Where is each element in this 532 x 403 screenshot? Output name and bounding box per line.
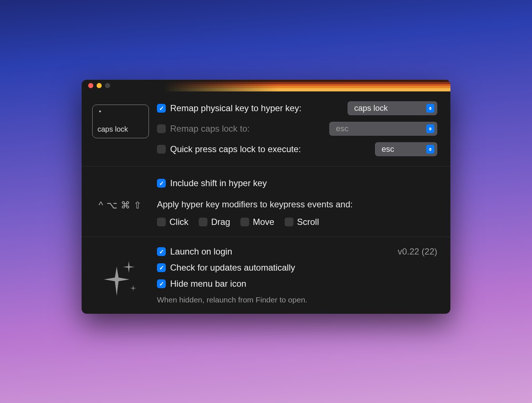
checkmark-icon: ✓ (159, 280, 164, 287)
move-label: Move (253, 217, 274, 227)
row-quick-press: Quick press caps lock to execute: esc (157, 142, 437, 157)
quick-press-select[interactable]: esc (375, 142, 437, 156)
row-launch-login: ✓ Launch on login v0.22 (22) (157, 246, 437, 257)
section-modifiers: ^ ⌥ ⌘ ⇧ ✓ Include shift in hyper key App… (82, 166, 450, 237)
check-updates-checkbox[interactable]: ✓ (157, 263, 166, 272)
preferences-window: caps lock ✓ Remap physical key to hyper … (82, 80, 450, 314)
move-option: Move (240, 217, 274, 227)
row-check-updates: ✓ Check for updates automatically (157, 263, 437, 273)
chevron-up-down-icon (426, 104, 434, 113)
row-remap-capslock: Remap caps lock to: esc (157, 121, 437, 136)
section-icon-modifiers: ^ ⌥ ⌘ ⇧ (91, 176, 150, 227)
version-label: v0.22 (22) (398, 246, 437, 257)
titlebar-decoration (163, 80, 450, 91)
drag-option: Drag (199, 217, 230, 227)
select-value: esc (382, 144, 422, 154)
click-label: Click (169, 217, 188, 227)
section-body: ✓ Remap physical key to hyper key: caps … (157, 101, 437, 157)
keycap-label: caps lock (98, 125, 128, 133)
quick-press-label: Quick press caps lock to execute: (170, 144, 371, 154)
checkmark-icon: ✓ (159, 180, 164, 187)
remap-hyper-select[interactable]: caps lock (348, 101, 437, 115)
keycap-indicator-dot (99, 110, 101, 112)
section-remap: caps lock ✓ Remap physical key to hyper … (82, 91, 450, 166)
section-app: ✓ Launch on login v0.22 (22) ✓ Check for… (82, 237, 450, 314)
select-value: esc (336, 124, 422, 133)
include-shift-checkbox[interactable]: ✓ (157, 179, 166, 188)
titlebar (82, 80, 450, 91)
move-checkbox[interactable] (240, 218, 249, 226)
apply-modifiers-label: Apply hyper key modifiers to keypress ev… (157, 199, 437, 210)
launch-login-checkbox[interactable]: ✓ (157, 247, 166, 256)
remap-hyper-label: Remap physical key to hyper key: (170, 103, 343, 113)
row-hide-menubar: ✓ Hide menu bar icon (157, 279, 437, 289)
close-button[interactable] (88, 83, 93, 88)
section-icon-sparkle (91, 246, 150, 304)
content: caps lock ✓ Remap physical key to hyper … (82, 91, 450, 314)
keycap-icon: caps lock (92, 105, 149, 138)
sparkle-icon (100, 261, 141, 298)
section-body: ✓ Launch on login v0.22 (22) ✓ Check for… (157, 246, 437, 304)
quick-press-checkbox[interactable] (157, 145, 166, 154)
modifier-symbols-icon: ^ ⌥ ⌘ ⇧ (99, 180, 142, 227)
minimize-button[interactable] (97, 83, 102, 88)
remap-hyper-checkbox[interactable]: ✓ (157, 104, 166, 113)
section-body: ✓ Include shift in hyper key Apply hyper… (157, 176, 437, 227)
checkmark-icon: ✓ (159, 264, 164, 271)
scroll-option: Scroll (285, 217, 319, 227)
chevron-up-down-icon (426, 124, 434, 133)
select-value: caps lock (354, 103, 422, 113)
remap-capslock-label: Remap caps lock to: (170, 124, 325, 134)
checkmark-icon: ✓ (159, 248, 164, 255)
row-remap-hyper: ✓ Remap physical key to hyper key: caps … (157, 101, 437, 116)
zoom-button-disabled (105, 83, 110, 88)
click-option: Click (157, 217, 188, 227)
section-icon-keycap: caps lock (91, 101, 150, 157)
remap-capslock-select[interactable]: esc (329, 122, 437, 136)
launch-login-label: Launch on login (170, 246, 232, 257)
scroll-label: Scroll (297, 217, 319, 227)
row-include-shift: ✓ Include shift in hyper key (157, 176, 437, 191)
include-shift-label: Include shift in hyper key (170, 178, 437, 188)
drag-checkbox[interactable] (199, 218, 207, 226)
scroll-checkbox[interactable] (285, 218, 293, 226)
hide-menubar-note: When hidden, relaunch from Finder to ope… (157, 295, 437, 304)
remap-capslock-checkbox[interactable] (157, 124, 166, 133)
check-updates-label: Check for updates automatically (170, 263, 437, 273)
checkmark-icon: ✓ (159, 105, 164, 112)
chevron-up-down-icon (426, 145, 434, 154)
hide-menubar-checkbox[interactable]: ✓ (157, 279, 166, 288)
drag-label: Drag (211, 217, 230, 227)
modifier-events-row: Click Drag Move Scroll (157, 217, 437, 227)
click-checkbox[interactable] (157, 218, 166, 226)
hide-menubar-label: Hide menu bar icon (170, 279, 437, 289)
